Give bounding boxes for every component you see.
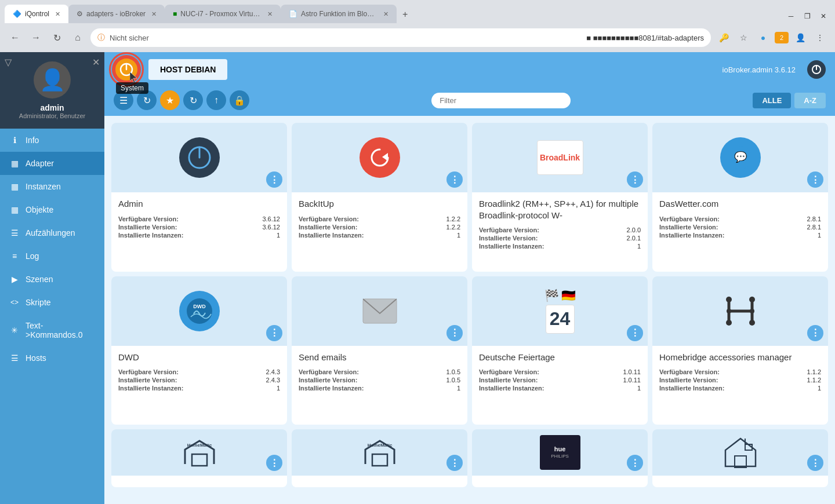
- daswetter-iv: Installierte Version: 2.8.1: [659, 224, 821, 231]
- homematic1-more-button[interactable]: ⋮: [266, 455, 282, 471]
- dwd-more-button[interactable]: ⋮: [266, 325, 282, 341]
- house-more-button[interactable]: ⋮: [807, 455, 823, 471]
- filter-area: [253, 93, 749, 108]
- home-button[interactable]: ⌂: [70, 30, 86, 46]
- tab4-close[interactable]: ✕: [383, 10, 389, 18]
- adapter-icon: ▦: [9, 159, 20, 168]
- power-icon[interactable]: [807, 60, 826, 79]
- minimize-button[interactable]: ─: [784, 9, 798, 23]
- info-icon: ℹ: [9, 136, 20, 145]
- menu-icon[interactable]: ⋮: [812, 30, 828, 46]
- sidebar-item-objekte[interactable]: ▦ Objekte: [0, 198, 104, 221]
- sidebar-item-instanzen[interactable]: ▦ Instanzen: [0, 175, 104, 198]
- svg-point-18: [749, 297, 755, 302]
- star-icon[interactable]: ☆: [735, 30, 752, 46]
- tab1-close[interactable]: ✕: [55, 10, 60, 18]
- sidebar-item-szenen[interactable]: ▶ Szenen: [0, 268, 104, 291]
- dwd-card-title: DWD: [118, 352, 280, 363]
- svg-rect-25: [372, 454, 387, 466]
- tab2-close[interactable]: ✕: [151, 10, 157, 18]
- favorites-button[interactable]: ★: [160, 90, 180, 110]
- badge-icon[interactable]: 2: [775, 32, 789, 43]
- email-more-button[interactable]: ⋮: [446, 325, 463, 341]
- security-icon: ⓘ: [97, 32, 105, 43]
- window-controls: ─ ❐ ✕: [784, 9, 830, 23]
- forward-button[interactable]: →: [28, 30, 44, 46]
- email-svg: [362, 298, 397, 324]
- broadlink-more-button[interactable]: ⋮: [627, 171, 643, 188]
- url-text: ■ ■■■■■■■■■■8081/#tab-adapters: [586, 34, 704, 42]
- view-az-button[interactable]: A-Z: [794, 93, 826, 108]
- installed-button[interactable]: ↻: [183, 90, 203, 110]
- daswetter-more-button[interactable]: ⋮: [807, 171, 823, 188]
- avatar: 👤: [34, 61, 71, 98]
- sidebar-item-aufzahlungen[interactable]: ☰ Aufzählungen: [0, 221, 104, 244]
- daswetter-icon-area: 💬 ⋮: [652, 123, 828, 192]
- dwd-card-body: DWD Verfügbare Version: 2.4.3 Installier…: [111, 346, 287, 425]
- admin-icon-area: ⋮: [111, 123, 287, 192]
- email-card-body: Send emails Verfügbare Version: 1.0.5 In…: [292, 346, 467, 425]
- adapter-grid: ⋮ Admin Verfügbare Version: 3.6.12 Insta…: [104, 116, 835, 504]
- dwd-svg: DWD: [185, 297, 214, 326]
- browser-tab-3[interactable]: ■ NUC-i7 - Proxmox Virtual Enviro... ✕: [165, 5, 281, 23]
- homematic1-svg: HomeMatic: [179, 438, 220, 467]
- sidebar-item-aufzahlungen-label: Aufzählungen: [26, 228, 75, 238]
- browser-tab-1[interactable]: 🔷 iQontrol ✕: [5, 5, 68, 23]
- restore-button[interactable]: ❐: [800, 9, 814, 23]
- account-icon[interactable]: 👤: [792, 30, 808, 46]
- admin-svg: [188, 146, 211, 169]
- adapter-card-backitup: ⋮ BackItUp Verfügbare Version: 1.2.2 Ins…: [292, 123, 467, 272]
- sidebar-close-button[interactable]: ✕: [92, 57, 100, 68]
- extension-icon[interactable]: ●: [755, 30, 771, 46]
- svg-point-19: [726, 320, 732, 326]
- updates-button[interactable]: ↑: [206, 90, 226, 110]
- address-bar[interactable]: ⓘ Nicht sicher ■ ■■■■■■■■■■8081/#tab-ada…: [90, 28, 711, 47]
- homebridge-icon-area: ⋮: [652, 276, 828, 346]
- sidebar-item-hosts-label: Hosts: [26, 353, 46, 363]
- view-alle-button[interactable]: ALLE: [753, 93, 791, 108]
- broadlink-text: BroadLink: [540, 153, 580, 162]
- sidebar: ▽ ✕ 👤 admin Administrator, Benutzer ℹ In…: [0, 52, 104, 504]
- feiertage-more-button[interactable]: ⋮: [627, 325, 643, 341]
- browser-actions: 🔑 ☆ ● 2 👤 ⋮: [716, 30, 828, 46]
- browser-address-bar: ← → ↻ ⌂ ⓘ Nicht sicher ■ ■■■■■■■■■■8081/…: [0, 23, 835, 52]
- reload-button[interactable]: ↻: [49, 30, 65, 46]
- broadlink-icon: BroadLink: [537, 140, 583, 175]
- browser-tab-4[interactable]: 📄 Astro Funktion im Blockly immer... ✕: [281, 5, 397, 23]
- hue-more-button[interactable]: ⋮: [627, 455, 643, 471]
- sidebar-item-log[interactable]: ≡ Log: [0, 244, 104, 268]
- new-tab-button[interactable]: +: [397, 6, 413, 23]
- sidebar-item-skripte[interactable]: <> Skripte: [0, 291, 104, 314]
- backitup-more-button[interactable]: ⋮: [446, 171, 463, 188]
- feiertage-icon: 🏁 🇩🇪 24: [544, 288, 576, 334]
- close-window-button[interactable]: ✕: [816, 9, 830, 23]
- security-button[interactable]: 🔒: [230, 90, 249, 110]
- app-container: ▽ ✕ 👤 admin Administrator, Benutzer ℹ In…: [0, 52, 835, 504]
- sidebar-item-info[interactable]: ℹ Info: [0, 129, 104, 152]
- email-icon: [360, 297, 400, 326]
- homematic1-icon: HomeMatic: [179, 438, 220, 467]
- sidebar-item-adapter-label: Adapter: [26, 159, 54, 168]
- admin-card-body: Admin Verfügbare Version: 3.6.12 Install…: [111, 192, 287, 272]
- flag-emoji: 🏁: [544, 288, 559, 302]
- svg-text:💬: 💬: [734, 151, 747, 163]
- sidebar-nav: ℹ Info ▦ Adapter ▦ Instanzen ▦ Objekte ☰…: [0, 129, 104, 504]
- adapter-card-feiertage: 🏁 🇩🇪 24 ⋮ Deutsche Feiertage Verfügbare …: [472, 276, 648, 425]
- feiertage-iv: Installierte Version: 1.0.11: [479, 377, 641, 384]
- browser-tab-2[interactable]: ⚙ adapters - ioBroker ✕: [68, 5, 165, 23]
- daswetter-vv: Verfügbare Version: 2.8.1: [659, 216, 821, 222]
- homematic2-more-button[interactable]: ⋮: [446, 455, 463, 471]
- hue-brand-text: hue: [554, 446, 566, 452]
- back-button[interactable]: ←: [7, 30, 23, 46]
- admin-more-button[interactable]: ⋮: [266, 171, 282, 188]
- dropdown-icon[interactable]: ▽: [5, 57, 12, 68]
- sidebar-item-adapter[interactable]: ▦ Adapter: [0, 152, 104, 175]
- key-icon[interactable]: 🔑: [716, 30, 732, 46]
- homebridge-more-button[interactable]: ⋮: [807, 325, 823, 341]
- tab3-close[interactable]: ✕: [267, 10, 273, 18]
- host-button[interactable]: HOST DEBIAN: [148, 59, 227, 80]
- sidebar-item-hosts[interactable]: ☰ Hosts: [0, 346, 104, 370]
- backitup-svg: [367, 145, 393, 170]
- sidebar-item-text-kommandos[interactable]: ✳ Text->Kommandos.0: [0, 314, 104, 346]
- filter-input[interactable]: [431, 93, 571, 108]
